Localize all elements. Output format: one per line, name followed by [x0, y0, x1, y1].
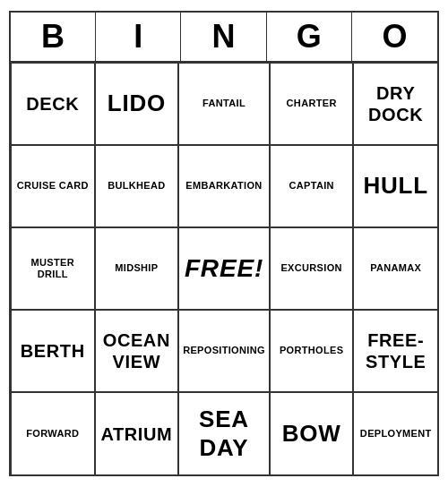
bingo-cell: HULL [353, 145, 437, 227]
header-letter: O [352, 13, 437, 61]
cell-text: MUSTER DRILL [15, 257, 90, 280]
bingo-cell: DEPLOYMENT [353, 392, 437, 474]
bingo-cell: SEA DAY [178, 392, 270, 474]
bingo-cell: BERTH [11, 310, 95, 392]
cell-text: CRUISE CARD [17, 180, 89, 192]
cell-text: CAPTAIN [289, 180, 333, 192]
bingo-cell: ATRIUM [95, 392, 179, 474]
bingo-cell: FANTAIL [178, 63, 270, 145]
cell-text: FANTAIL [202, 98, 246, 109]
cell-text: LIDO [108, 90, 166, 117]
header-letter: N [181, 13, 266, 61]
cell-text: REPOSITIONING [183, 345, 265, 356]
bingo-cell: OCEAN VIEW [95, 310, 179, 392]
cell-text: EXCURSION [280, 262, 341, 274]
cell-text: EMBARKATION [185, 180, 262, 192]
bingo-cell: PANAMAX [353, 227, 437, 310]
bingo-cell: BOW [270, 392, 354, 474]
cell-text: DRY DOCK [358, 82, 434, 125]
cell-text: ATRIUM [100, 423, 172, 445]
cell-text: PANAMAX [370, 262, 421, 274]
bingo-cell: PORTHOLES [270, 310, 354, 392]
cell-text: BULKHEAD [108, 180, 165, 192]
cell-text: BOW [282, 420, 341, 448]
bingo-cell: FORWARD [11, 392, 95, 474]
cell-text: FORWARD [26, 428, 79, 440]
cell-text: HULL [363, 172, 427, 200]
bingo-cell: DRY DOCK [353, 63, 437, 145]
bingo-cell: CHARTER [270, 63, 354, 145]
cell-text: Free! [185, 253, 263, 284]
bingo-cell: DECK [11, 63, 95, 145]
bingo-cell: CRUISE CARD [11, 145, 95, 227]
bingo-cell: MUSTER DRILL [11, 227, 95, 310]
header-letter: B [11, 13, 96, 61]
bingo-cell: CAPTAIN [270, 145, 354, 227]
cell-text: DEPLOYMENT [360, 428, 432, 440]
bingo-cell: EMBARKATION [178, 145, 270, 227]
cell-text: CHARTER [287, 98, 337, 109]
header-letter: I [96, 13, 181, 61]
cell-text: BERTH [21, 340, 85, 362]
header-letter: G [267, 13, 352, 61]
bingo-cell: FREE-STYLE [353, 310, 437, 392]
cell-text: FREE-STYLE [358, 329, 434, 372]
cell-text: PORTHOLES [280, 345, 343, 356]
bingo-cell: Free! [178, 227, 270, 310]
bingo-cell: REPOSITIONING [178, 310, 270, 392]
cell-text: MIDSHIP [115, 262, 158, 274]
bingo-cell: MIDSHIP [95, 227, 179, 310]
cell-text: DECK [26, 93, 79, 115]
bingo-header: BINGO [11, 13, 437, 63]
cell-text: SEA DAY [183, 406, 265, 461]
bingo-card: BINGO DECKLIDOFANTAILCHARTERDRY DOCKCRUI… [9, 11, 439, 476]
bingo-cell: EXCURSION [270, 227, 354, 310]
cell-text: OCEAN VIEW [99, 329, 175, 372]
bingo-grid: DECKLIDOFANTAILCHARTERDRY DOCKCRUISE CAR… [11, 63, 437, 474]
bingo-cell: BULKHEAD [95, 145, 179, 227]
bingo-cell: LIDO [95, 63, 179, 145]
